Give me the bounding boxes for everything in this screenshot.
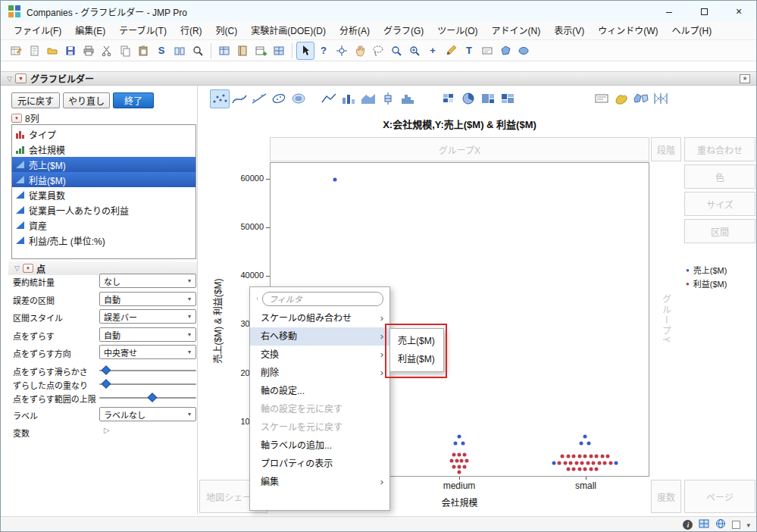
menu-tables[interactable]: テーブル(T) xyxy=(112,23,174,39)
legend-item-profits[interactable]: ● 利益($M) xyxy=(686,277,755,290)
data-point[interactable] xyxy=(583,434,587,438)
drop-zone-page[interactable]: ページ xyxy=(684,480,755,513)
oval-tool-icon[interactable] xyxy=(515,42,533,60)
columns-red-triangle-button[interactable]: ▼ xyxy=(11,114,22,123)
red-triangle-menu-button[interactable]: ▼ xyxy=(15,74,27,83)
y-axis-title[interactable]: 売上($M) & 利益($M) xyxy=(211,246,224,397)
menu-item-remove[interactable]: 削除› xyxy=(250,364,389,382)
submenu-item-sales[interactable]: 売上($M) xyxy=(390,332,443,350)
data-point[interactable] xyxy=(462,452,466,456)
text-tool-icon[interactable]: T xyxy=(460,42,478,60)
status-checkbox[interactable] xyxy=(732,521,740,529)
data-point[interactable] xyxy=(465,458,469,462)
element-area-icon[interactable] xyxy=(358,89,378,108)
data-point[interactable] xyxy=(595,455,599,458)
element-contour-icon[interactable] xyxy=(289,89,308,108)
column-item-sales[interactable]: 売上($M) xyxy=(12,157,196,172)
add-rows-icon[interactable] xyxy=(252,42,270,60)
data-point[interactable] xyxy=(552,461,555,465)
menu-item-scale-combine[interactable]: スケールの組み合わせ› xyxy=(250,309,389,327)
column-item-assets[interactable]: 資産 xyxy=(12,217,196,233)
jitter-direction-select[interactable]: 中央寄せ▾ xyxy=(99,345,196,359)
data-point[interactable] xyxy=(600,455,604,458)
data-point[interactable] xyxy=(461,441,465,445)
print-icon[interactable] xyxy=(80,42,98,60)
element-points-icon[interactable] xyxy=(210,89,230,108)
menu-tools[interactable]: ツール(O) xyxy=(430,23,484,39)
redo-button[interactable]: やり直し xyxy=(63,92,110,108)
data-point[interactable] xyxy=(580,441,583,445)
menu-item-axis-settings[interactable]: 軸の設定... xyxy=(250,382,389,400)
data-point[interactable] xyxy=(561,455,565,458)
close-button[interactable]: × xyxy=(721,1,756,22)
legend-item-sales[interactable]: ● 売上($M) xyxy=(686,263,755,277)
submenu-item-profits[interactable]: 利益($M) xyxy=(390,350,443,368)
menu-file[interactable]: ファイル(F) xyxy=(7,23,68,39)
summary-stat-select[interactable]: なし▾ xyxy=(99,274,196,288)
paste-icon[interactable] xyxy=(134,42,152,60)
script-icon[interactable]: S xyxy=(152,42,170,60)
menu-item-show-properties[interactable]: プロパティの表示 xyxy=(250,455,389,473)
copy-icon[interactable] xyxy=(116,42,134,60)
element-box-plot-icon[interactable] xyxy=(378,89,398,108)
save-icon[interactable] xyxy=(61,42,80,60)
new-journal-icon[interactable] xyxy=(25,42,43,60)
minimize-button[interactable]: – xyxy=(652,1,687,22)
data-point[interactable] xyxy=(563,461,567,465)
open-icon[interactable] xyxy=(43,42,61,60)
data-point[interactable] xyxy=(566,455,570,458)
menu-cols[interactable]: 列(C) xyxy=(209,23,245,39)
grabber-tool-icon[interactable] xyxy=(351,42,369,60)
data-point[interactable] xyxy=(455,458,458,462)
data-point[interactable] xyxy=(586,461,590,465)
zoom-tool-icon[interactable] xyxy=(405,42,424,60)
points-red-triangle-button[interactable]: ▼ xyxy=(23,264,33,273)
data-point[interactable] xyxy=(569,461,573,465)
column-item-employees[interactable]: 従業員数 xyxy=(12,187,196,202)
error-interval-select[interactable]: 自動▾ xyxy=(99,292,196,306)
menu-item-add-axis-label[interactable]: 軸ラベルの追加... xyxy=(250,437,389,455)
jitter-overlap-slider[interactable] xyxy=(99,379,196,389)
data-point[interactable] xyxy=(333,177,336,181)
menu-analyze[interactable]: 分析(A) xyxy=(333,23,377,39)
slider-thumb[interactable] xyxy=(102,379,111,389)
done-button[interactable]: 終了 xyxy=(113,92,154,108)
element-histogram-icon[interactable] xyxy=(398,89,418,108)
element-ellipse-icon[interactable] xyxy=(269,89,289,108)
menu-graph[interactable]: グラフ(G) xyxy=(377,23,430,39)
menu-item-edit[interactable]: 編集› xyxy=(250,473,389,491)
data-point[interactable] xyxy=(458,452,461,456)
drop-zone-group-y[interactable]: グループY xyxy=(651,162,681,477)
drop-zone-color[interactable]: 色 xyxy=(684,164,755,189)
search-icon[interactable] xyxy=(189,42,207,60)
element-line-of-fit-icon[interactable] xyxy=(249,89,269,108)
element-smoother-icon[interactable] xyxy=(230,89,249,108)
menu-item-move-right[interactable]: 右へ移動› xyxy=(250,327,389,346)
data-point[interactable] xyxy=(592,461,596,465)
element-pie-icon[interactable] xyxy=(458,89,478,108)
column-item-profits[interactable]: 利益($M) xyxy=(12,172,196,187)
data-point[interactable] xyxy=(608,461,612,465)
column-item-profit-per-employee[interactable]: 従業員一人あたりの利益 xyxy=(12,202,196,217)
data-point[interactable] xyxy=(458,471,461,474)
element-density-icon[interactable] xyxy=(612,89,631,108)
status-caret-icon[interactable]: ▾ xyxy=(746,521,750,529)
element-map-shapes-icon[interactable] xyxy=(631,89,651,108)
data-point[interactable] xyxy=(572,455,576,458)
jitter-select[interactable]: 自動▾ xyxy=(99,327,196,342)
window-layout-icon[interactable] xyxy=(270,42,288,60)
menu-window[interactable]: ウィンドウ(W) xyxy=(591,23,665,39)
undo-button[interactable]: 元に戻す xyxy=(11,92,60,108)
slider-thumb[interactable] xyxy=(148,393,158,402)
lasso-tool-icon[interactable] xyxy=(369,42,387,60)
data-point[interactable] xyxy=(589,455,593,458)
slider-thumb[interactable] xyxy=(102,365,111,375)
data-point[interactable] xyxy=(583,467,587,471)
data-point[interactable] xyxy=(458,465,461,469)
element-heatmap-icon[interactable] xyxy=(439,89,458,108)
column-item-type[interactable]: タイプ xyxy=(12,127,196,142)
data-point[interactable] xyxy=(580,461,584,465)
tables-icon[interactable] xyxy=(170,42,189,60)
disclosure-open-icon[interactable]: ▽ xyxy=(7,75,12,83)
menu-item-swap[interactable]: 交換› xyxy=(250,346,389,364)
